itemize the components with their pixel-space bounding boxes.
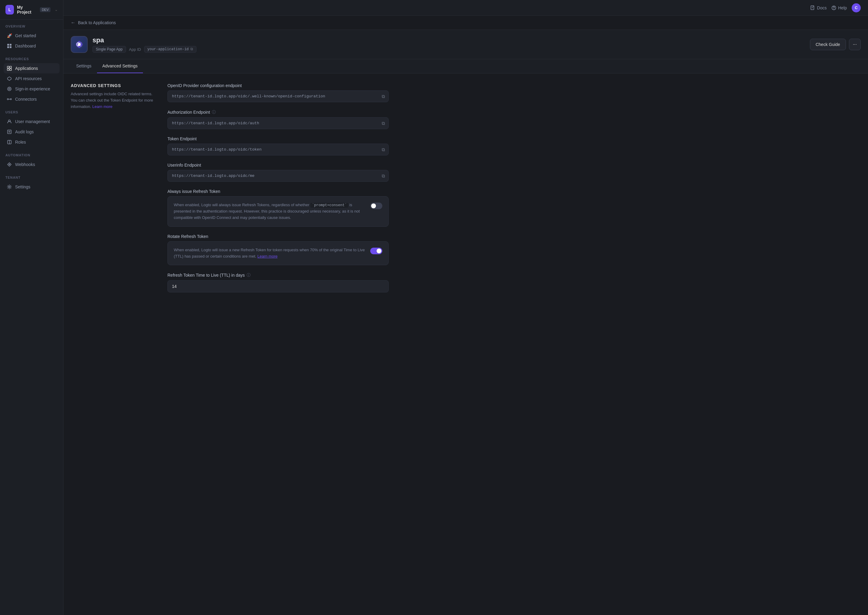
svg-rect-1 xyxy=(10,44,11,46)
sidebar-item-label: Dashboard xyxy=(15,44,36,48)
sidebar-item-label: API resources xyxy=(15,76,42,81)
advanced-settings-content: ADVANCED SETTINGS Advanced settings incl… xyxy=(64,73,396,302)
automation-label: AUTOMATION xyxy=(4,153,59,159)
token-endpoint-input-wrap: ⧉ xyxy=(167,144,389,155)
app-id-text: your-application-id xyxy=(148,47,189,52)
sidebar-item-settings[interactable]: Settings xyxy=(4,182,59,192)
svg-point-10 xyxy=(9,88,10,90)
svg-rect-15 xyxy=(8,130,11,134)
openid-config-field: OpenID Provider configuration endpoint ⧉ xyxy=(167,83,389,102)
svg-rect-6 xyxy=(7,69,9,70)
auth-endpoint-label: Authorization Endpoint ⓘ xyxy=(167,109,389,115)
app-info: spa Single Page App App ID your-applicat… xyxy=(92,36,196,53)
help-label: Help xyxy=(838,5,847,10)
project-chevron-icon[interactable]: ⌄ xyxy=(55,8,58,12)
token-endpoint-input[interactable] xyxy=(167,144,389,155)
main-area: Docs Help C ← Back to Applications xyxy=(64,0,868,615)
help-button[interactable]: Help xyxy=(831,5,847,10)
always-refresh-token-toggle-field: When enabled, Logto will always issue Re… xyxy=(167,196,389,227)
tab-advanced-settings-label: Advanced Settings xyxy=(103,64,138,68)
docs-label: Docs xyxy=(817,5,827,10)
copy-token-endpoint-button[interactable]: ⧉ xyxy=(382,147,385,152)
check-guide-button[interactable]: Check Guide xyxy=(810,39,846,50)
sidebar-item-label: Connectors xyxy=(15,97,37,101)
back-to-applications[interactable]: ← Back to Applications xyxy=(64,16,868,30)
project-name: My Project xyxy=(17,5,36,14)
sidebar-item-applications[interactable]: Applications xyxy=(4,63,59,73)
openid-config-input[interactable] xyxy=(167,91,389,102)
spa-icon: ⬡ xyxy=(73,38,86,51)
sidebar-item-label: User management xyxy=(15,119,50,124)
rotate-refresh-token-desc: When enabled, Logto will issue a new Ref… xyxy=(174,247,365,260)
app-id-value: your-application-id ⧉ xyxy=(144,46,197,53)
sidebar-item-sign-in-experience[interactable]: Sign-in experience xyxy=(4,84,59,94)
advanced-settings-title: ADVANCED SETTINGS xyxy=(71,83,155,88)
docs-button[interactable]: Docs xyxy=(810,5,827,10)
always-refresh-token-toggle[interactable] xyxy=(370,203,382,209)
svg-rect-2 xyxy=(7,46,9,48)
back-arrow-icon: ← xyxy=(71,20,76,25)
help-icon xyxy=(831,5,836,10)
content-area: ← Back to Applications ⬡ spa xyxy=(64,16,868,615)
svg-rect-5 xyxy=(10,66,11,68)
sidebar-item-audit-logs[interactable]: Audit logs xyxy=(4,127,59,137)
svg-text:⬡: ⬡ xyxy=(76,42,80,47)
copy-app-id-icon[interactable]: ⧉ xyxy=(190,47,193,52)
svg-point-9 xyxy=(8,87,11,91)
always-refresh-token-field: Always issue Refresh Token When enabled,… xyxy=(167,189,389,227)
sidebar-item-label: Sign-in experience xyxy=(15,86,50,91)
overview-section: OVERVIEW 🚀 Get started Dashboard xyxy=(0,20,63,52)
always-refresh-token-label: Always issue Refresh Token xyxy=(167,189,389,194)
refresh-token-ttl-label: Refresh Token Time to Live (TTL) in days… xyxy=(167,272,389,278)
sidebar-item-get-started[interactable]: 🚀 Get started xyxy=(4,31,59,41)
rotate-refresh-token-toggle[interactable] xyxy=(370,248,382,254)
learn-more-link[interactable]: Learn more xyxy=(92,104,112,109)
sidebar-item-webhooks[interactable]: Webhooks xyxy=(4,159,59,170)
users-label: USERS xyxy=(4,110,59,116)
tab-settings[interactable]: Settings xyxy=(71,59,97,73)
docs-icon xyxy=(810,5,815,10)
app-id-label: App ID xyxy=(129,47,141,52)
svg-rect-7 xyxy=(10,69,11,70)
svg-rect-0 xyxy=(7,44,9,46)
sidebar-logo: L My Project DEV ⌄ xyxy=(0,0,63,20)
auth-endpoint-input[interactable] xyxy=(167,117,389,129)
userinfo-endpoint-input[interactable] xyxy=(167,170,389,182)
copy-openid-config-button[interactable]: ⧉ xyxy=(382,94,385,99)
avatar[interactable]: C xyxy=(852,3,861,12)
users-section: USERS User management Audit logs Roles xyxy=(0,106,63,148)
svg-point-11 xyxy=(7,98,8,100)
more-options-button[interactable]: ··· xyxy=(849,39,861,50)
user-icon xyxy=(7,119,12,124)
copy-auth-endpoint-button[interactable]: ⧉ xyxy=(382,121,385,126)
audit-logs-icon xyxy=(7,129,12,134)
sidebar-item-api-resources[interactable]: API resources xyxy=(4,73,59,84)
sidebar-item-label: Settings xyxy=(15,184,31,189)
rotate-refresh-token-field: Rotate Refresh Token When enabled, Logto… xyxy=(167,234,389,265)
app-name: spa xyxy=(92,36,196,44)
sidebar-item-dashboard[interactable]: Dashboard xyxy=(4,41,59,51)
tab-advanced-settings[interactable]: Advanced Settings xyxy=(97,59,143,73)
auth-endpoint-field: Authorization Endpoint ⓘ ⧉ xyxy=(167,109,389,129)
sidebar-item-label: Webhooks xyxy=(15,162,35,167)
sidebar-item-roles[interactable]: Roles xyxy=(4,137,59,147)
svg-point-26 xyxy=(834,9,834,9)
app-header-left: ⬡ spa Single Page App App ID your-applic… xyxy=(71,36,196,53)
more-icon: ··· xyxy=(853,42,857,47)
resources-section: RESOURCES Applications API resources Sig… xyxy=(0,52,63,106)
svg-point-20 xyxy=(9,164,10,165)
refresh-token-ttl-input[interactable] xyxy=(167,280,389,292)
token-endpoint-field: Token Endpoint ⧉ xyxy=(167,136,389,155)
sidebar: L My Project DEV ⌄ OVERVIEW 🚀 Get starte… xyxy=(0,0,64,615)
token-endpoint-label: Token Endpoint xyxy=(167,136,389,141)
copy-userinfo-endpoint-button[interactable]: ⧉ xyxy=(382,173,385,179)
toggle-knob xyxy=(371,203,376,208)
webhooks-icon xyxy=(7,162,12,167)
api-resources-icon xyxy=(7,76,12,81)
rotate-learn-more-link[interactable]: Learn more xyxy=(257,254,277,259)
toggle-knob xyxy=(377,248,382,253)
settings-fields: OpenID Provider configuration endpoint ⧉… xyxy=(167,83,389,292)
openid-config-label: OpenID Provider configuration endpoint xyxy=(167,83,389,88)
sidebar-item-user-management[interactable]: User management xyxy=(4,116,59,127)
sidebar-item-connectors[interactable]: Connectors xyxy=(4,94,59,104)
